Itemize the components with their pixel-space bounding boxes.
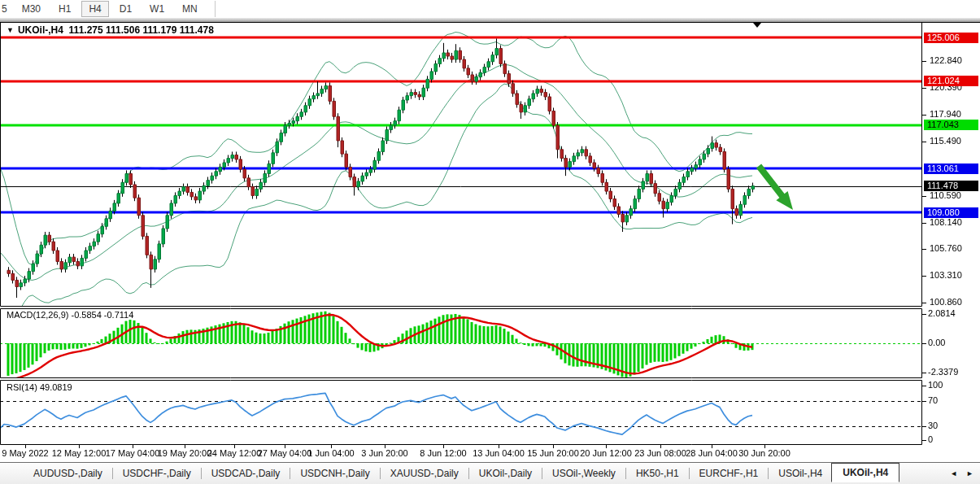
tab-scroll-controls: ◄ ►	[950, 469, 980, 477]
tab-xauusd-daily[interactable]: XAUUSD-,Daily	[381, 465, 468, 482]
chart-ohlc-values: 111.275 111.506 111.179 111.478	[69, 24, 214, 36]
tab-separator	[625, 468, 626, 479]
chart-tabs: AUDUSD-,DailyUSDCHF-,DailyUSDCAD-,DailyU…	[0, 465, 899, 482]
tab-separator	[290, 468, 290, 479]
price-tick-108.140: 108.140	[930, 217, 962, 227]
time-tick: 8 Jun 12:00	[420, 448, 467, 458]
tab-eurchf-h1[interactable]: EURCHF-,H1	[690, 465, 768, 482]
time-tick: 1 Jun 04:00	[307, 448, 355, 458]
time-tick: 20 Jun 12:00	[580, 448, 632, 458]
time-tick: 19 May 20:00	[158, 448, 212, 458]
time-tick: 30 Jun 20:00	[738, 448, 791, 458]
rsi-scale-70: 70	[928, 395, 938, 405]
tab-separator	[689, 468, 690, 479]
time-tick: 28 Jun 04:00	[686, 448, 738, 458]
tab-separator	[201, 468, 202, 479]
price-tick-115.490: 115.490	[930, 136, 961, 146]
tab-separator	[112, 468, 113, 479]
macd-scale-0.00: 0.00	[928, 338, 945, 347]
time-tick: 12 May 12:00	[52, 448, 107, 458]
chart-symbol-period: UKOil-,H4	[18, 24, 63, 36]
tab-hk50-h1[interactable]: HK50-,H1	[627, 465, 688, 482]
price-chart-canvas[interactable]	[0, 0, 980, 462]
price-level-tag-117.043: 117.043	[924, 120, 978, 130]
tab-separator	[380, 468, 381, 479]
time-tick: 23 Jun 08:00	[634, 448, 686, 458]
price-level-tag-121.024: 121.024	[924, 76, 978, 86]
tab-audusd-daily[interactable]: AUDUSD-,Daily	[24, 465, 111, 482]
price-tick-100.860: 100.860	[930, 297, 962, 307]
time-tick: 13 Jun 04:00	[473, 448, 525, 458]
tab-ukoil-daily[interactable]: UKOil-,Daily	[470, 465, 541, 482]
tabs-scroll-right-icon[interactable]: ►	[966, 469, 973, 477]
time-tick: 17 May 04:00	[106, 448, 160, 458]
time-tick: 3 Jun 20:00	[361, 448, 408, 458]
tab-usdcnh-daily[interactable]: USDCNH-,Daily	[291, 465, 378, 482]
chart-tabs-bar: AUDUSD-,DailyUSDCHF-,DailyUSDCAD-,DailyU…	[0, 462, 980, 484]
price-level-tag-109.080: 109.080	[924, 207, 978, 218]
time-tick: 15 Jun 20:00	[527, 448, 579, 458]
time-tick: 9 May 2022	[2, 448, 48, 458]
chart-title: ▼UKOil-,H4 111.275 111.506 111.179 111.4…	[7, 24, 214, 36]
rsi-scale-30: 30	[928, 421, 938, 430]
price-tick-105.760: 105.760	[930, 243, 962, 253]
tab-separator	[768, 468, 769, 479]
macd-scale-2.0814: 2.0814	[928, 308, 956, 318]
price-tick-103.310: 103.310	[930, 270, 962, 280]
tab-separator	[468, 468, 469, 479]
tab-usoil-h4[interactable]: USOil-,H4	[769, 465, 831, 482]
price-level-tag-111.478: 111.478	[924, 181, 978, 191]
rsi-indicator-label: RSI(14) 49.0819	[7, 382, 72, 392]
tabs-scroll-left-icon[interactable]: ◄	[950, 469, 957, 477]
price-level-tag-113.061: 113.061	[924, 164, 978, 174]
macd-scale--2.3379: -2.3379	[928, 367, 958, 377]
rsi-scale-100: 100	[928, 380, 943, 390]
symbol-dropdown-icon[interactable]: ▼	[7, 26, 14, 34]
macd-indicator-label: MACD(12,26,9) -0.5854 -0.7114	[7, 310, 133, 320]
tab-usdcad-daily[interactable]: USDCAD-,Daily	[203, 465, 290, 482]
price-tick-110.590: 110.590	[930, 190, 961, 200]
price-level-tag-125.006: 125.006	[924, 33, 978, 43]
time-tick: 27 May 04:00	[258, 448, 312, 458]
tab-usdchf-daily[interactable]: USDCHF-,Daily	[114, 465, 200, 482]
tab-separator	[542, 468, 542, 479]
rsi-scale-0: 0	[928, 434, 933, 444]
trading-terminal: 5M30H1H4D1W1MN ▼UKOil-,H4 111.275 111.50…	[0, 0, 980, 484]
price-tick-117.940: 117.940	[930, 109, 961, 119]
auto-scroll-marker-icon[interactable]	[753, 23, 761, 28]
price-tick-122.840: 122.840	[930, 55, 962, 65]
tab-ukoil-h4[interactable]: UKOil-,H4	[831, 463, 899, 482]
time-tick: 24 May 12:00	[207, 448, 262, 458]
tab-usoil-weekly[interactable]: USOil-,Weekly	[543, 465, 625, 482]
